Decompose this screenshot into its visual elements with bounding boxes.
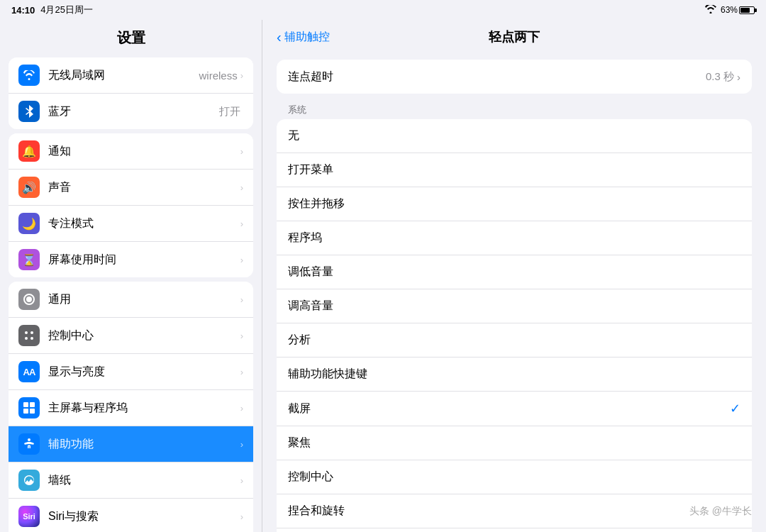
timeout-group: 连点超时 0.3 秒 ›	[277, 60, 752, 94]
battery-icon: 63%	[721, 5, 755, 15]
option-volumedown[interactable]: 调低音量	[277, 255, 752, 289]
status-bar: 14:10 4月25日周一 63%	[0, 0, 766, 20]
accessibility-label: 辅助功能	[48, 437, 240, 452]
svg-point-9	[28, 438, 30, 441]
option-analytics-label: 分析	[288, 333, 740, 348]
sounds-row-icon: 🔊	[18, 177, 40, 198]
display-chevron: ›	[240, 367, 243, 377]
option-focus-label: 聚焦	[288, 436, 740, 450]
right-title: 轻点两下	[489, 28, 540, 45]
option-pinchrotate[interactable]: 捏合和旋转	[277, 494, 752, 528]
bluetooth-value: 打开	[219, 105, 240, 118]
right-header: ‹ 辅助触控 轻点两下	[262, 20, 766, 54]
homescreen-row-icon	[18, 397, 40, 419]
bluetooth-label: 蓝牙	[48, 104, 219, 119]
status-icons: 63%	[705, 5, 755, 16]
screentime-label: 屏幕使用时间	[48, 253, 240, 267]
sidebar-item-accessibility[interactable]: 辅助功能 ›	[9, 426, 253, 462]
homescreen-label: 主屏幕与程序坞	[48, 401, 240, 416]
sidebar-title: 设置	[0, 20, 262, 53]
sidebar-item-controlcenter[interactable]: 控制中心 ›	[9, 318, 253, 354]
screenshot-check-icon: ✓	[730, 401, 740, 416]
options-group: 无 打开菜单 按住并拖移 程序坞 调低音量 调高音量 分析	[277, 119, 752, 532]
option-doubletap[interactable]: 轻点两下	[277, 528, 752, 532]
svg-rect-6	[30, 402, 35, 407]
option-holddrag[interactable]: 按住并拖移	[277, 187, 752, 221]
focus-row-icon: 🌙	[18, 213, 40, 234]
option-openmenu-label: 打开菜单	[288, 162, 740, 177]
option-analytics[interactable]: 分析	[277, 323, 752, 358]
wifi-chevron: ›	[240, 70, 243, 81]
sidebar-item-siri[interactable]: Siri Siri与搜索 ›	[9, 499, 253, 532]
svg-rect-5	[23, 402, 28, 407]
sidebar-item-notifications[interactable]: 🔔 通知 ›	[9, 133, 253, 170]
sidebar-item-general[interactable]: 通用 ›	[9, 282, 253, 318]
display-label: 显示与亮度	[48, 365, 240, 379]
option-assistivekey-label: 辅助功能快捷键	[288, 367, 740, 382]
option-assistivekey[interactable]: 辅助功能快捷键	[277, 358, 752, 392]
controlcenter-row-icon	[18, 325, 40, 346]
right-content: 连点超时 0.3 秒 › 系统 无 打开菜单 按住并拖移	[262, 54, 766, 532]
svg-rect-8	[30, 409, 35, 414]
general-chevron: ›	[240, 294, 243, 305]
settings-group-system: 通用 › 控制中心 › AA 显示与亮度 › 主屏幕与程序坞 ›	[9, 282, 253, 532]
timeout-row[interactable]: 连点超时 0.3 秒 ›	[277, 60, 752, 94]
wifi-label: 无线局域网	[48, 68, 199, 83]
option-focus[interactable]: 聚焦	[277, 426, 752, 460]
sidebar-item-screentime[interactable]: ⌛ 屏幕使用时间 ›	[9, 242, 253, 277]
sounds-label: 声音	[48, 180, 240, 195]
option-none[interactable]: 无	[277, 119, 752, 153]
siri-label: Siri与搜索	[48, 509, 240, 524]
settings-group-alerts: 🔔 通知 › 🔊 声音 › 🌙 专注模式 › ⌛ 屏幕使用时间 ›	[9, 133, 253, 277]
svg-point-2	[30, 331, 33, 334]
sidebar-item-wifi[interactable]: 无线局域网 wireless ›	[9, 57, 253, 94]
option-screenshot[interactable]: 截屏 ✓	[277, 392, 752, 426]
bluetooth-row-icon	[18, 101, 40, 122]
timeout-value-text: 0.3 秒	[706, 70, 734, 84]
wifi-icon	[705, 5, 716, 16]
homescreen-chevron: ›	[240, 403, 243, 414]
general-row-icon	[18, 289, 40, 310]
wifi-value: wireless	[199, 70, 237, 82]
notifications-chevron: ›	[240, 146, 243, 157]
general-label: 通用	[48, 292, 240, 307]
status-time: 14:10	[11, 5, 35, 16]
settings-group-network: 无线局域网 wireless › 蓝牙 打开	[9, 57, 253, 129]
option-volumeup[interactable]: 调高音量	[277, 289, 752, 323]
section-header-system: 系统	[277, 99, 752, 119]
sidebar-item-sounds[interactable]: 🔊 声音 ›	[9, 170, 253, 206]
timeout-chevron-icon: ›	[737, 71, 740, 83]
controlcenter-label: 控制中心	[48, 328, 240, 343]
svg-point-1	[25, 331, 28, 334]
option-openmenu[interactable]: 打开菜单	[277, 153, 752, 187]
sidebar-item-homescreen[interactable]: 主屏幕与程序坞 ›	[9, 390, 253, 426]
right-panel: ‹ 辅助触控 轻点两下 连点超时 0.3 秒 › 系统	[262, 20, 766, 532]
siri-chevron: ›	[240, 511, 243, 522]
sidebar-item-bluetooth[interactable]: 蓝牙 打开	[9, 94, 253, 129]
sidebar-item-display[interactable]: AA 显示与亮度 ›	[9, 354, 253, 390]
controlcenter-chevron: ›	[240, 331, 243, 341]
wallpaper-row-icon	[18, 470, 40, 491]
focus-chevron: ›	[240, 218, 243, 229]
sidebar-item-wallpaper[interactable]: 墙纸 ›	[9, 462, 253, 499]
notifications-row-icon: 🔔	[18, 140, 40, 162]
screentime-chevron: ›	[240, 255, 243, 265]
wallpaper-chevron: ›	[240, 475, 243, 486]
sidebar-item-focus[interactable]: 🌙 专注模式 ›	[9, 206, 253, 242]
notifications-label: 通知	[48, 144, 240, 159]
sidebar: 设置 无线局域网 wireless › 蓝牙 打开 🔔	[0, 20, 262, 532]
screentime-row-icon: ⌛	[18, 249, 40, 270]
option-volumeup-label: 调高音量	[288, 299, 740, 314]
option-none-label: 无	[288, 128, 740, 143]
back-chevron-icon: ‹	[277, 29, 282, 45]
wifi-row-icon	[18, 65, 40, 86]
watermark: 头条 @牛学长	[689, 505, 752, 518]
accessibility-chevron: ›	[240, 439, 243, 450]
svg-point-0	[28, 298, 30, 301]
status-date: 4月25日周一	[40, 4, 93, 16]
option-appexpose[interactable]: 程序坞	[277, 221, 752, 255]
back-button[interactable]: ‹ 辅助触控	[277, 29, 330, 45]
accessibility-row-icon	[18, 433, 40, 455]
sounds-chevron: ›	[240, 182, 243, 193]
option-controlcenter2[interactable]: 控制中心	[277, 460, 752, 494]
